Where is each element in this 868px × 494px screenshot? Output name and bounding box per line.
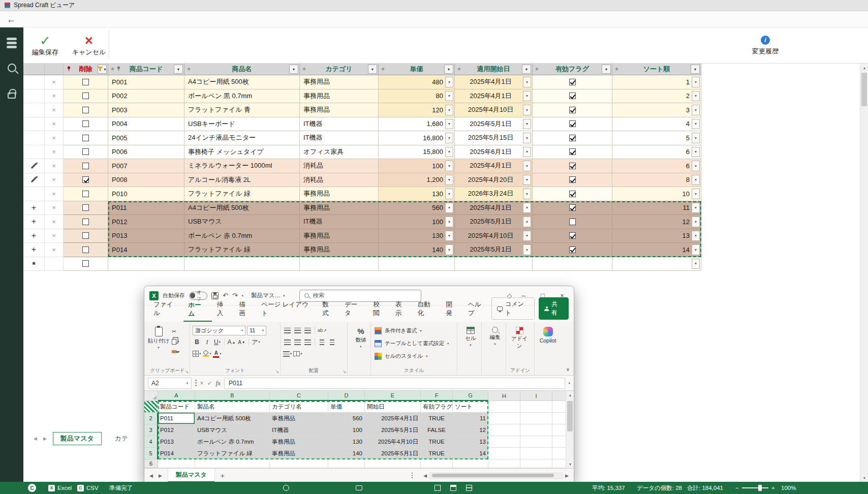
cell-name[interactable]: フラットファイル 青: [184, 103, 300, 117]
dropdown-button[interactable]: ▼: [445, 217, 453, 227]
sheet-tab-product-master[interactable]: 製品マスタ: [168, 469, 215, 482]
cell-sort-order[interactable]: 8▼: [612, 173, 701, 188]
filter-button[interactable]: ▼: [522, 65, 531, 74]
cell-code[interactable]: P011: [108, 201, 184, 215]
cell-category[interactable]: オフィス家具: [300, 145, 379, 160]
comments-button[interactable]: コメント: [491, 297, 535, 320]
cell-code[interactable]: P003: [108, 103, 184, 117]
column-header-B[interactable]: B: [195, 391, 270, 401]
tab-next-icon[interactable]: ▶: [43, 436, 47, 441]
filter-button[interactable]: ▼: [691, 65, 700, 74]
sheet-cell[interactable]: USBマウス: [195, 424, 270, 436]
sheet-cell[interactable]: [488, 448, 520, 459]
formula-enter-icon[interactable]: ✓: [207, 380, 212, 387]
row-marker-cell[interactable]: *: [23, 257, 45, 271]
cell-start-date[interactable]: 2025年4月1日▼: [455, 89, 533, 104]
dropdown-button[interactable]: ▼: [523, 77, 531, 87]
export-excel-button[interactable]: X Excel: [48, 482, 72, 494]
row-marker-cell[interactable]: [23, 131, 45, 145]
cell-start-date[interactable]: 2025年4月1日▼: [455, 201, 533, 215]
sheet-cell[interactable]: [195, 459, 270, 468]
cell-sort-order[interactable]: 14▼: [612, 243, 701, 257]
dropdown-button[interactable]: ▼: [692, 189, 700, 199]
delete-checkbox[interactable]: [82, 191, 89, 197]
dialog-launcher-icon[interactable]: ↘: [185, 370, 189, 374]
cells-button[interactable]: セル ▾: [459, 324, 482, 367]
cell-category[interactable]: 事務用品: [300, 103, 379, 117]
italic-button[interactable]: I: [203, 337, 211, 347]
delete-checkbox[interactable]: [82, 120, 89, 127]
cell-category[interactable]: IT機器: [300, 131, 379, 145]
cell-start-date[interactable]: 2025年5月1日▼: [455, 243, 533, 257]
cell-category[interactable]: 消耗品: [300, 173, 379, 188]
dropdown-button[interactable]: ▼: [692, 259, 700, 269]
tab-product-master[interactable]: 製品マスタ: [53, 432, 102, 445]
row-delete-button[interactable]: ×: [45, 103, 64, 117]
cell-price[interactable]: 480▼: [379, 75, 455, 89]
row-marker-cell[interactable]: [23, 187, 45, 201]
copy-button[interactable]: ▾: [172, 337, 179, 346]
display-settings-icon[interactable]: [356, 482, 362, 494]
row-marker-cell[interactable]: [23, 75, 45, 89]
cell-start-date[interactable]: [455, 257, 533, 271]
cell-price[interactable]: 140▼: [379, 243, 455, 257]
sheet-cell[interactable]: 130: [328, 436, 365, 448]
row-delete-button[interactable]: [45, 257, 64, 271]
valid-checkbox[interactable]: [569, 120, 576, 127]
cell-category[interactable]: IT機器: [300, 215, 379, 229]
cell-code[interactable]: [108, 257, 184, 271]
bold-button[interactable]: B: [193, 337, 201, 347]
sheet-cell[interactable]: フラットファイル 緑: [195, 448, 270, 459]
cell-name[interactable]: フラットファイル 緑: [184, 243, 300, 257]
dropdown-button[interactable]: ▼: [692, 119, 700, 130]
cell-sort-order[interactable]: 13▼: [612, 229, 701, 243]
dropdown-button[interactable]: ▼: [692, 231, 700, 241]
column-header-price[interactable]: ★単価▼: [379, 64, 455, 75]
cell-code[interactable]: P005: [108, 131, 184, 145]
dropdown-button[interactable]: ▼: [692, 203, 700, 213]
sheet-cell[interactable]: 製品コード: [158, 401, 195, 413]
increase-indent-button[interactable]: [328, 337, 336, 347]
cell-code[interactable]: P013: [108, 229, 184, 243]
zoom-out-button[interactable]: −: [735, 482, 739, 494]
copilot-button[interactable]: Copilot: [536, 324, 560, 367]
lock-icon[interactable]: [8, 92, 16, 99]
cell-code[interactable]: P008: [108, 173, 184, 188]
dropdown-button[interactable]: ▼: [445, 133, 453, 143]
cell-category[interactable]: 事務用品: [300, 89, 379, 104]
ribbon-tab-5[interactable]: 数式: [317, 297, 339, 322]
formula-input[interactable]: P011: [224, 378, 565, 389]
cell-sort-order[interactable]: 6▼: [612, 159, 701, 173]
sheet-cell[interactable]: 事務用品: [270, 413, 328, 424]
ribbon-tab-11[interactable]: ヘルプ: [463, 297, 491, 322]
sheet-cell[interactable]: 100: [328, 424, 365, 436]
dropdown-button[interactable]: ▼: [523, 105, 531, 115]
column-header-A[interactable]: A: [158, 391, 195, 401]
save-button[interactable]: ✓ 編集保存: [26, 31, 64, 60]
merge-center-button[interactable]: ▾: [293, 349, 302, 358]
row-header-1[interactable]: [144, 401, 158, 413]
dropdown-button[interactable]: ▼: [523, 203, 531, 213]
valid-checkbox[interactable]: [569, 246, 576, 253]
sheet-cell[interactable]: 2025年4月10日: [365, 436, 421, 448]
row-marker-cell[interactable]: [23, 89, 45, 104]
valid-checkbox[interactable]: [569, 204, 576, 211]
sheet-cell[interactable]: [421, 459, 453, 468]
sheet-cell[interactable]: カテゴリ名: [270, 401, 328, 413]
hscroll-left-icon[interactable]: ◀: [423, 473, 427, 478]
delete-checkbox[interactable]: [82, 176, 89, 183]
cell-start-date[interactable]: 2025年4月1日▼: [455, 75, 533, 89]
tab-category[interactable]: カテ: [108, 433, 136, 445]
row-delete-button[interactable]: ×: [45, 229, 64, 243]
sheet-cell[interactable]: [552, 459, 567, 468]
row-delete-button[interactable]: ×: [45, 131, 64, 145]
zoom-slider[interactable]: [742, 482, 768, 494]
cell-code[interactable]: P001: [108, 75, 184, 89]
cell-name[interactable]: ボールペン 黒 0.7mm: [184, 89, 300, 104]
orientation-button[interactable]: ab↗: [318, 326, 327, 335]
sheet-cell[interactable]: P013: [158, 436, 195, 448]
column-header-G[interactable]: G: [453, 391, 488, 401]
column-header-E[interactable]: E: [365, 391, 421, 401]
hscroll-thumb[interactable]: [432, 474, 554, 477]
sheet-cell[interactable]: [520, 424, 552, 436]
